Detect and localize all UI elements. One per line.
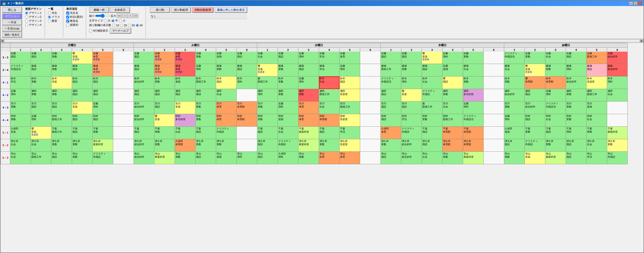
schedule-cell[interactable]: 近藤理科 <box>196 64 216 76</box>
schedule-cell[interactable]: 鈴木体育館 <box>545 76 566 89</box>
schedule-cell[interactable]: 宗川算数 <box>504 102 525 114</box>
schedule-cell[interactable]: 田村社会 <box>545 114 566 127</box>
close-button[interactable]: 閉じる <box>2 7 22 13</box>
schedule-cell[interactable]: 鈴木算数 <box>504 76 525 89</box>
schedule-cell[interactable] <box>237 139 257 152</box>
schedule-cell[interactable]: 佐藤国語 <box>401 51 422 64</box>
schedule-cell[interactable]: 佐藤算数 <box>525 51 545 64</box>
nav-prev-prev-button[interactable]: << <box>117 14 122 18</box>
schedule-cell[interactable]: 瀬田社会 <box>216 89 237 102</box>
schedule-cell[interactable]: 千葉算数 <box>154 127 175 139</box>
schedule-cell[interactable]: 宗川算数 <box>10 102 31 114</box>
schedule-cell[interactable]: 瀬田国語 <box>196 89 216 102</box>
schedule-cell[interactable]: 千葉国語 <box>319 127 340 139</box>
schedule-cell[interactable]: 宗川社会 <box>319 102 340 114</box>
one-back-undo-button[interactable]: 一手戻Undo <box>2 26 22 32</box>
schedule-cell[interactable]: 近藤国語 <box>134 51 154 64</box>
schedule-cell[interactable]: 瀬田図画工作 <box>319 89 340 102</box>
schedule-cell[interactable] <box>484 127 504 139</box>
schedule-cell[interactable] <box>360 139 381 152</box>
schedule-cell[interactable]: 千葉体育館 <box>442 127 463 139</box>
schedule-cell[interactable]: 瀬田音楽室 <box>340 89 360 102</box>
schedule-cell[interactable]: クリスティ外国語活 <box>504 51 525 64</box>
schedule-cell[interactable]: 寺山体育 <box>340 152 360 164</box>
schedule-cell[interactable]: 瀬田国語 <box>381 89 401 102</box>
schedule-cell[interactable]: 篠塚算数 <box>216 64 237 76</box>
scroll-right-btn[interactable]: ► <box>640 39 643 42</box>
design1-radio[interactable] <box>25 12 28 15</box>
schedule-cell[interactable]: 久保田道徳 <box>504 127 525 139</box>
schedule-cell[interactable]: 津久井算数 <box>72 139 93 152</box>
schedule-cell[interactable] <box>484 152 504 164</box>
nav-next-next-button[interactable]: >> <box>133 14 138 18</box>
schedule-cell[interactable]: 田村体育 <box>298 114 319 127</box>
schedule-cell[interactable]: 千葉算数 <box>93 127 113 139</box>
schedule-cell[interactable]: 鈴木音楽 <box>51 76 72 89</box>
schedule-cell[interactable]: 鈴木学活 <box>10 76 31 89</box>
view-classroom-radio[interactable] <box>48 20 51 23</box>
schedule-cell[interactable]: 寺山音楽 <box>525 152 545 164</box>
minimize-button[interactable]: ─ <box>629 2 633 5</box>
schedule-cell[interactable]: 宗川体育 <box>298 102 319 114</box>
schedule-cell[interactable]: 佐藤学活 <box>319 51 340 64</box>
schedule-cell[interactable]: 津久井算数 <box>545 139 566 152</box>
schedule-cell[interactable]: 宗川総合的学 <box>134 102 154 114</box>
table-container[interactable]: 月曜日 火曜日 水曜日 木曜日 金曜日 1 2 3 4 <box>1 43 643 252</box>
schedule-cell[interactable]: 篠塚体育体育館 <box>93 64 113 76</box>
schedule-cell[interactable]: 瀬田図画工作 <box>587 89 607 102</box>
schedule-cell[interactable]: 篠塚社会 <box>463 64 484 76</box>
schedule-cell[interactable]: 佐藤体育体育館 <box>175 51 196 64</box>
schedule-cell[interactable]: 寺山学活 <box>587 152 607 164</box>
schedule-cell[interactable]: 佐藤道徳 <box>216 51 237 64</box>
schedule-cell[interactable]: 鈴木社会 <box>422 76 442 89</box>
schedule-cell[interactable]: 鈴木図画工作 <box>196 76 216 89</box>
remaining-button[interactable]: 残り駒 <box>150 7 170 13</box>
schedule-cell[interactable] <box>484 89 504 102</box>
schedule-cell[interactable]: 佐藤総合的学 <box>607 51 628 64</box>
schedule-cell[interactable]: 篠塚国語 <box>422 64 442 76</box>
schedule-cell[interactable]: 鈴木道徳 <box>175 76 196 89</box>
schedule-cell[interactable]: 千葉算数 <box>525 127 545 139</box>
schedule-cell[interactable]: 寺山家庭科室 <box>154 152 175 164</box>
font-large-radio[interactable] <box>104 19 107 22</box>
schedule-cell[interactable]: 久保田体育 <box>381 127 401 139</box>
schedule-cell[interactable]: 津久井国語 <box>566 139 587 152</box>
schedule-cell[interactable]: 津久井社会 <box>10 139 31 152</box>
schedule-cell[interactable]: 近藤理科 <box>31 114 51 127</box>
design2-radio[interactable] <box>25 16 28 19</box>
schedule-cell[interactable]: 田村国語 <box>72 114 93 127</box>
schedule-cell[interactable]: 佐藤国語 <box>278 51 298 64</box>
schedule-cell[interactable]: 瀬田総合的学 <box>504 89 525 102</box>
schedule-cell[interactable]: 篠塚国語 <box>298 64 319 76</box>
schedule-cell[interactable]: クリスティ外国語 <box>216 127 237 139</box>
schedule-cell[interactable]: 鈴木国語 <box>340 76 360 89</box>
schedule-cell[interactable]: 鈴木社会 <box>319 76 340 89</box>
schedule-cell[interactable]: 篠塚図画工作 <box>381 64 401 76</box>
schedule-cell[interactable]: 千葉国語 <box>257 127 278 139</box>
schedule-cell[interactable]: 田村総合的学 <box>134 114 154 127</box>
schedule-cell[interactable]: 鈴木理科 <box>401 76 422 89</box>
schedule-cell[interactable]: 津久井音楽室 <box>340 139 360 152</box>
schedule-cell[interactable]: 宗川音楽 <box>72 102 93 114</box>
schedule-cell[interactable]: 寺山算数 <box>72 152 93 164</box>
schedule-cell[interactable]: 千葉理科 <box>566 127 587 139</box>
schedule-cell[interactable]: クリスティ外国語 <box>401 127 422 139</box>
schedule-cell[interactable]: 響体育館 <box>525 76 545 89</box>
schedule-cell[interactable]: 寺山体育 <box>319 152 340 164</box>
schedule-cell[interactable] <box>113 64 134 76</box>
schedule-cell[interactable]: 鈴木総合的学 <box>566 76 587 89</box>
schedule-cell[interactable]: 響音楽音楽室 <box>525 64 545 76</box>
schedule-cell[interactable] <box>113 51 134 64</box>
view-class-radio[interactable] <box>48 16 51 19</box>
schedule-cell[interactable]: 篠塚体育体育館 <box>154 64 175 76</box>
schedule-cell[interactable]: 篠塚国語 <box>587 64 607 76</box>
schedule-cell[interactable]: 千葉国語 <box>72 127 93 139</box>
schedule-cell[interactable]: 田村算数 <box>422 114 442 127</box>
schedule-cell[interactable]: 鈴木算数 <box>278 76 298 89</box>
rem10-radio[interactable] <box>112 24 115 27</box>
schedule-cell[interactable]: 近藤理科 <box>340 64 360 76</box>
schedule-cell[interactable]: 瀬田算数 <box>51 89 72 102</box>
schedule-cell[interactable]: 篠塚体育体育館 <box>175 64 196 76</box>
schedule-cell[interactable] <box>360 114 381 127</box>
zoom-slider[interactable] <box>95 14 110 18</box>
